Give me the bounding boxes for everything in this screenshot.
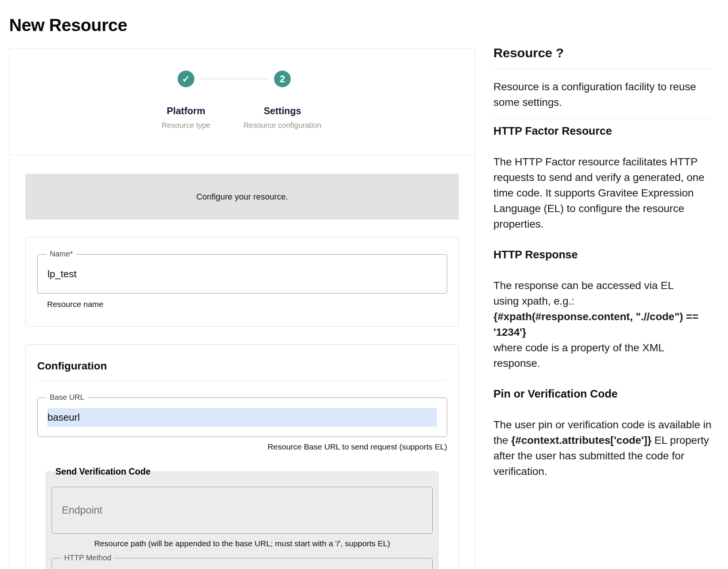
help-section-body: The user pin or verification code is ava…	[493, 417, 712, 479]
divider	[493, 118, 712, 119]
help-section-body: The HTTP Factor resource facilitates HTT…	[493, 154, 712, 232]
send-verification-code-legend: Send Verification Code	[52, 467, 154, 477]
help-section: Pin or Verification CodeThe user pin or …	[493, 388, 712, 479]
step-label: Settings	[222, 105, 343, 116]
banner-text: Configure your resource.	[196, 192, 288, 202]
help-panel: Resource ? Resource is a configuration f…	[493, 46, 712, 479]
name-card: Name* Resource name	[25, 237, 459, 327]
help-section-heading: HTTP Factor Resource	[493, 125, 712, 137]
configuration-heading: Configuration	[37, 360, 447, 372]
endpoint-hint: Resource path (will be appended to the b…	[52, 539, 433, 548]
help-section-body: The response can be accessed via ELusing…	[493, 278, 712, 371]
help-section: HTTP ResponseThe response can be accesse…	[493, 248, 712, 371]
base-url-value-selected[interactable]: baseurl	[47, 408, 437, 427]
base-url-field-label: Base URL	[47, 393, 87, 402]
http-method-field-label: HTTP Method	[61, 553, 114, 562]
help-panel-title: Resource ?	[493, 46, 712, 60]
help-section-heading: HTTP Response	[493, 248, 712, 261]
http-method-field[interactable]: HTTP Method	[52, 558, 433, 569]
help-sections: HTTP Factor ResourceThe HTTP Factor reso…	[493, 125, 712, 479]
send-verification-code-fieldset: Send Verification Code Resource path (wi…	[46, 467, 438, 569]
divider	[493, 69, 712, 69]
step-sublabel: Resource configuration	[222, 121, 343, 130]
page-title: New Resource	[9, 15, 127, 35]
stepper: ✓ Platform Resource type 2 Settings Reso…	[9, 49, 475, 155]
name-input[interactable]	[47, 268, 407, 280]
new-resource-page: New Resource ✓ Platform Resource type 2 …	[0, 0, 728, 569]
stepper-step-settings[interactable]: 2 Settings Resource configuration	[222, 71, 343, 130]
base-url-field[interactable]: Base URL baseurl	[37, 398, 447, 437]
wizard-card: ✓ Platform Resource type 2 Settings Reso…	[9, 49, 475, 569]
help-panel-intro: Resource is a configuration facility to …	[493, 79, 712, 110]
step-number-icon: 2	[274, 71, 291, 87]
endpoint-input[interactable]	[52, 487, 433, 534]
name-field-hint: Resource name	[47, 300, 447, 309]
help-section: HTTP Factor ResourceThe HTTP Factor reso…	[493, 125, 712, 232]
divider	[37, 380, 447, 381]
base-url-hint: Resource Base URL to send request (suppo…	[37, 442, 447, 451]
help-section-heading: Pin or Verification Code	[493, 388, 712, 400]
step-completed-check-icon: ✓	[178, 71, 194, 87]
configure-resource-banner: Configure your resource.	[25, 174, 459, 220]
configuration-card: Configuration Base URL baseurl Resource …	[25, 344, 459, 569]
name-field[interactable]: Name*	[37, 254, 447, 294]
name-field-label: Name*	[47, 250, 76, 258]
